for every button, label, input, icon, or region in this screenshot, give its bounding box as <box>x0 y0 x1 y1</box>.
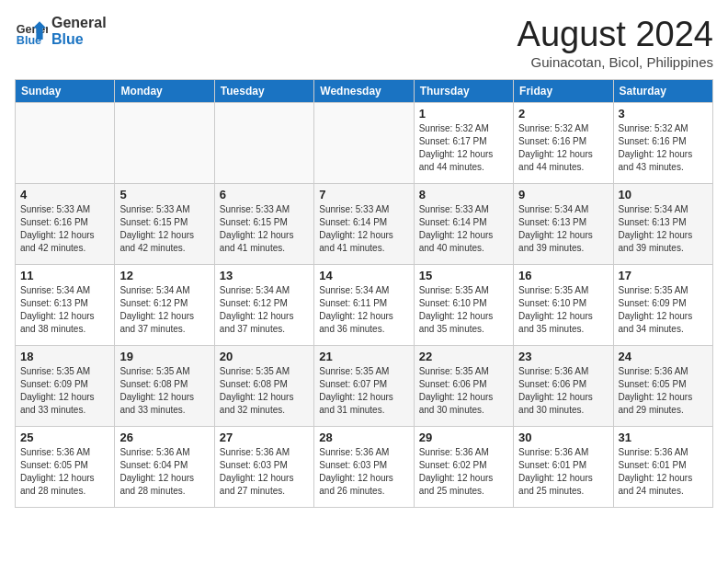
calendar-cell <box>214 103 313 184</box>
day-info: Sunrise: 5:32 AM Sunset: 6:16 PM Dayligh… <box>518 122 608 174</box>
weekday-header: Saturday <box>613 80 712 103</box>
weekday-header: Friday <box>514 80 613 103</box>
location: Guinacotan, Bicol, Philippines <box>518 54 713 70</box>
calendar-cell: 29Sunrise: 5:36 AM Sunset: 6:02 PM Dayli… <box>414 427 513 508</box>
day-number: 26 <box>119 431 209 444</box>
calendar-cell: 22Sunrise: 5:35 AM Sunset: 6:06 PM Dayli… <box>414 346 513 427</box>
weekday-header: Sunday <box>16 80 115 103</box>
logo-blue: Blue <box>51 31 107 48</box>
logo: General Blue General Blue <box>15 15 107 48</box>
day-info: Sunrise: 5:36 AM Sunset: 6:03 PM Dayligh… <box>220 446 309 498</box>
day-info: Sunrise: 5:35 AM Sunset: 6:09 PM Dayligh… <box>20 365 109 417</box>
day-info: Sunrise: 5:33 AM Sunset: 6:15 PM Dayligh… <box>220 203 309 255</box>
calendar-cell: 19Sunrise: 5:35 AM Sunset: 6:08 PM Dayli… <box>115 346 214 427</box>
calendar-cell: 3Sunrise: 5:32 AM Sunset: 6:16 PM Daylig… <box>613 103 712 184</box>
day-info: Sunrise: 5:36 AM Sunset: 6:02 PM Dayligh… <box>419 446 508 498</box>
calendar-cell: 31Sunrise: 5:36 AM Sunset: 6:01 PM Dayli… <box>613 427 712 508</box>
day-info: Sunrise: 5:34 AM Sunset: 6:13 PM Dayligh… <box>518 203 608 255</box>
calendar-cell: 1Sunrise: 5:32 AM Sunset: 6:17 PM Daylig… <box>414 103 513 184</box>
calendar-cell: 20Sunrise: 5:35 AM Sunset: 6:08 PM Dayli… <box>214 346 313 427</box>
day-number: 27 <box>220 431 309 444</box>
calendar-cell: 16Sunrise: 5:35 AM Sunset: 6:10 PM Dayli… <box>514 265 613 346</box>
calendar-cell: 9Sunrise: 5:34 AM Sunset: 6:13 PM Daylig… <box>514 184 613 265</box>
calendar-week-row: 11Sunrise: 5:34 AM Sunset: 6:13 PM Dayli… <box>16 265 713 346</box>
logo-general: General <box>51 15 107 31</box>
calendar-week-row: 25Sunrise: 5:36 AM Sunset: 6:05 PM Dayli… <box>16 427 713 508</box>
calendar-cell: 2Sunrise: 5:32 AM Sunset: 6:16 PM Daylig… <box>514 103 613 184</box>
calendar-cell: 14Sunrise: 5:34 AM Sunset: 6:11 PM Dayli… <box>314 265 414 346</box>
calendar-cell: 15Sunrise: 5:35 AM Sunset: 6:10 PM Dayli… <box>414 265 513 346</box>
calendar-week-row: 1Sunrise: 5:32 AM Sunset: 6:17 PM Daylig… <box>16 103 713 184</box>
day-info: Sunrise: 5:36 AM Sunset: 6:05 PM Dayligh… <box>619 365 708 417</box>
day-info: Sunrise: 5:36 AM Sunset: 6:04 PM Dayligh… <box>119 446 209 498</box>
day-number: 18 <box>20 350 109 363</box>
calendar-cell: 13Sunrise: 5:34 AM Sunset: 6:12 PM Dayli… <box>214 265 313 346</box>
day-info: Sunrise: 5:36 AM Sunset: 6:06 PM Dayligh… <box>518 365 608 417</box>
day-number: 21 <box>319 350 408 363</box>
calendar-week-row: 18Sunrise: 5:35 AM Sunset: 6:09 PM Dayli… <box>16 346 713 427</box>
day-number: 12 <box>119 269 209 282</box>
month-title: August 2024 <box>518 15 713 54</box>
logo-icon: General Blue <box>15 15 48 48</box>
day-number: 6 <box>220 188 309 201</box>
calendar-cell: 23Sunrise: 5:36 AM Sunset: 6:06 PM Dayli… <box>514 346 613 427</box>
weekday-header: Monday <box>115 80 214 103</box>
calendar-cell <box>16 103 115 184</box>
day-number: 7 <box>319 188 408 201</box>
calendar-cell: 25Sunrise: 5:36 AM Sunset: 6:05 PM Dayli… <box>16 427 115 508</box>
day-number: 28 <box>319 431 408 444</box>
day-info: Sunrise: 5:33 AM Sunset: 6:16 PM Dayligh… <box>20 203 109 255</box>
day-number: 17 <box>619 269 708 282</box>
day-info: Sunrise: 5:34 AM Sunset: 6:12 PM Dayligh… <box>220 284 309 336</box>
day-info: Sunrise: 5:35 AM Sunset: 6:07 PM Dayligh… <box>319 365 408 417</box>
day-number: 16 <box>518 269 608 282</box>
day-number: 23 <box>518 350 608 363</box>
day-number: 25 <box>20 431 109 444</box>
day-number: 30 <box>518 431 608 444</box>
day-number: 5 <box>119 188 209 201</box>
calendar-week-row: 4Sunrise: 5:33 AM Sunset: 6:16 PM Daylig… <box>16 184 713 265</box>
day-info: Sunrise: 5:35 AM Sunset: 6:08 PM Dayligh… <box>119 365 209 417</box>
day-info: Sunrise: 5:32 AM Sunset: 6:17 PM Dayligh… <box>419 122 508 174</box>
day-info: Sunrise: 5:33 AM Sunset: 6:15 PM Dayligh… <box>119 203 209 255</box>
title-block: August 2024 Guinacotan, Bicol, Philippin… <box>518 15 713 70</box>
calendar-cell: 8Sunrise: 5:33 AM Sunset: 6:14 PM Daylig… <box>414 184 513 265</box>
day-number: 3 <box>619 107 708 121</box>
calendar-cell: 21Sunrise: 5:35 AM Sunset: 6:07 PM Dayli… <box>314 346 414 427</box>
day-info: Sunrise: 5:35 AM Sunset: 6:10 PM Dayligh… <box>518 284 608 336</box>
day-info: Sunrise: 5:36 AM Sunset: 6:03 PM Dayligh… <box>319 446 408 498</box>
day-info: Sunrise: 5:34 AM Sunset: 6:13 PM Dayligh… <box>20 284 109 336</box>
weekday-header-row: SundayMondayTuesdayWednesdayThursdayFrid… <box>16 80 713 103</box>
day-info: Sunrise: 5:34 AM Sunset: 6:12 PM Dayligh… <box>119 284 209 336</box>
calendar-cell: 4Sunrise: 5:33 AM Sunset: 6:16 PM Daylig… <box>16 184 115 265</box>
weekday-header: Wednesday <box>314 80 414 103</box>
calendar-cell: 11Sunrise: 5:34 AM Sunset: 6:13 PM Dayli… <box>16 265 115 346</box>
day-info: Sunrise: 5:32 AM Sunset: 6:16 PM Dayligh… <box>619 122 708 174</box>
day-number: 8 <box>419 188 508 201</box>
header: General Blue General Blue August 2024 Gu… <box>15 15 713 70</box>
calendar-cell: 5Sunrise: 5:33 AM Sunset: 6:15 PM Daylig… <box>115 184 214 265</box>
day-info: Sunrise: 5:34 AM Sunset: 6:13 PM Dayligh… <box>619 203 708 255</box>
day-number: 4 <box>20 188 109 201</box>
day-info: Sunrise: 5:33 AM Sunset: 6:14 PM Dayligh… <box>419 203 508 255</box>
calendar-cell: 6Sunrise: 5:33 AM Sunset: 6:15 PM Daylig… <box>214 184 313 265</box>
day-info: Sunrise: 5:33 AM Sunset: 6:14 PM Dayligh… <box>319 203 408 255</box>
day-number: 19 <box>119 350 209 363</box>
day-number: 2 <box>518 107 608 121</box>
day-info: Sunrise: 5:36 AM Sunset: 6:01 PM Dayligh… <box>619 446 708 498</box>
weekday-header: Tuesday <box>214 80 313 103</box>
calendar-cell: 28Sunrise: 5:36 AM Sunset: 6:03 PM Dayli… <box>314 427 414 508</box>
day-info: Sunrise: 5:35 AM Sunset: 6:09 PM Dayligh… <box>619 284 708 336</box>
day-number: 22 <box>419 350 508 363</box>
calendar-cell <box>314 103 414 184</box>
calendar-cell: 7Sunrise: 5:33 AM Sunset: 6:14 PM Daylig… <box>314 184 414 265</box>
day-number: 9 <box>518 188 608 201</box>
day-number: 15 <box>419 269 508 282</box>
day-number: 31 <box>619 431 708 444</box>
day-info: Sunrise: 5:36 AM Sunset: 6:05 PM Dayligh… <box>20 446 109 498</box>
calendar-cell <box>115 103 214 184</box>
day-number: 29 <box>419 431 508 444</box>
day-info: Sunrise: 5:35 AM Sunset: 6:06 PM Dayligh… <box>419 365 508 417</box>
day-number: 20 <box>220 350 309 363</box>
calendar-cell: 27Sunrise: 5:36 AM Sunset: 6:03 PM Dayli… <box>214 427 313 508</box>
